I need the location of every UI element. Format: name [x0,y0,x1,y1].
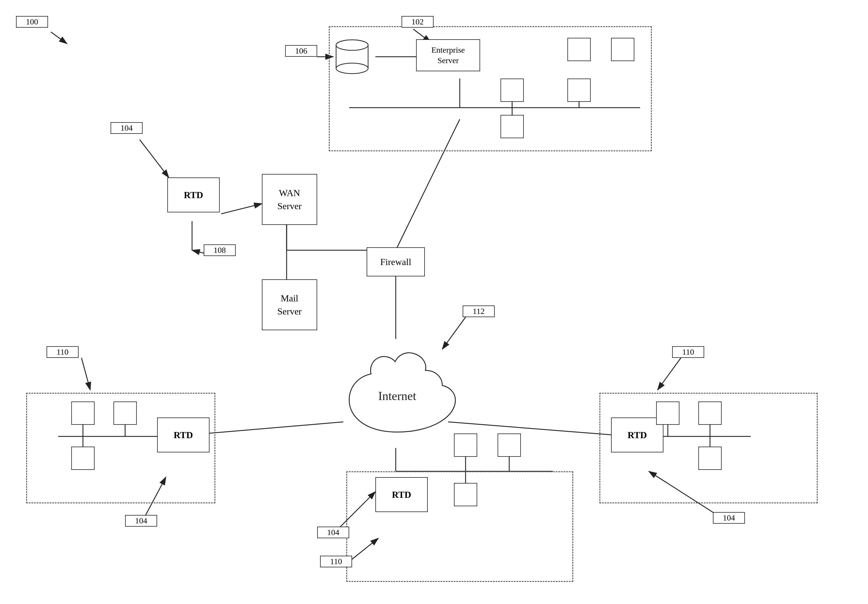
database-icon [335,36,370,77]
label-106: 106 [285,45,317,57]
ws-bc-2 [498,434,521,457]
wan-server-box: WANServer [262,174,317,225]
ws-br-2 [698,401,722,425]
rtd-bottom-center: RTD [375,477,428,512]
svg-point-44 [336,63,368,74]
ws-ent-2 [567,79,591,102]
ws-br-3 [698,447,722,470]
ws-bl-1 [71,401,95,425]
label-104-main: 104 [110,122,143,134]
label-102: 102 [401,16,434,28]
ws-ent-4 [567,38,591,61]
enterprise-region [329,26,652,151]
label-108: 108 [204,245,236,256]
label-110-bottom-right: 110 [672,346,704,358]
mail-server-box: MailServer [262,279,317,330]
label-104-bottom-left: 104 [125,515,157,527]
ws-bc-3 [454,483,477,506]
label-104-bottom-right: 104 [713,512,745,524]
svg-text:Internet: Internet [378,389,416,403]
enterprise-server-box: EnterpriseServer [416,39,480,71]
svg-line-11 [140,139,169,178]
svg-point-45 [336,40,368,50]
ws-ent-1 [501,79,524,102]
ws-ent-3 [501,115,524,138]
ws-bl-3 [71,447,95,470]
ws-ent-5 [611,38,634,61]
svg-line-2 [51,32,67,43]
label-112: 112 [463,305,494,317]
svg-line-12 [192,250,204,253]
label-110-bottom-left: 110 [46,346,79,358]
ws-br-1 [656,401,679,425]
internet-cloud: Internet [320,339,474,449]
rtd-bottom-right: RTD [611,418,663,452]
svg-line-39 [658,358,681,390]
label-100: 100 [16,16,48,28]
label-110-bottom-center: 110 [320,556,352,567]
rtd-main: RTD [167,178,220,212]
firewall-box: Firewall [367,247,425,276]
svg-line-9 [221,204,262,214]
svg-line-38 [82,358,90,390]
ws-bc-1 [454,434,477,457]
ws-bl-2 [113,401,137,425]
rtd-bottom-left: RTD [157,418,209,452]
label-104-bottom-center: 104 [317,527,349,538]
